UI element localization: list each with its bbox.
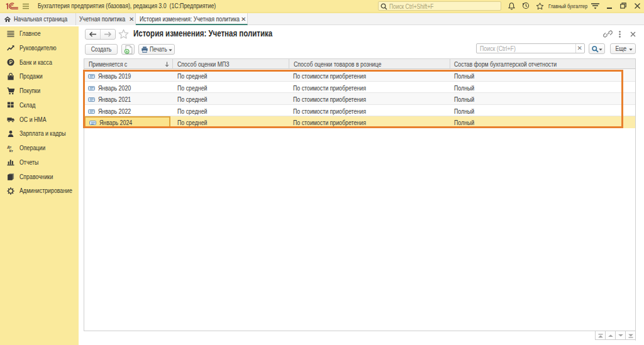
svg-text:Кт: Кт [9, 149, 13, 153]
svg-text:Дт: Дт [7, 145, 11, 148]
